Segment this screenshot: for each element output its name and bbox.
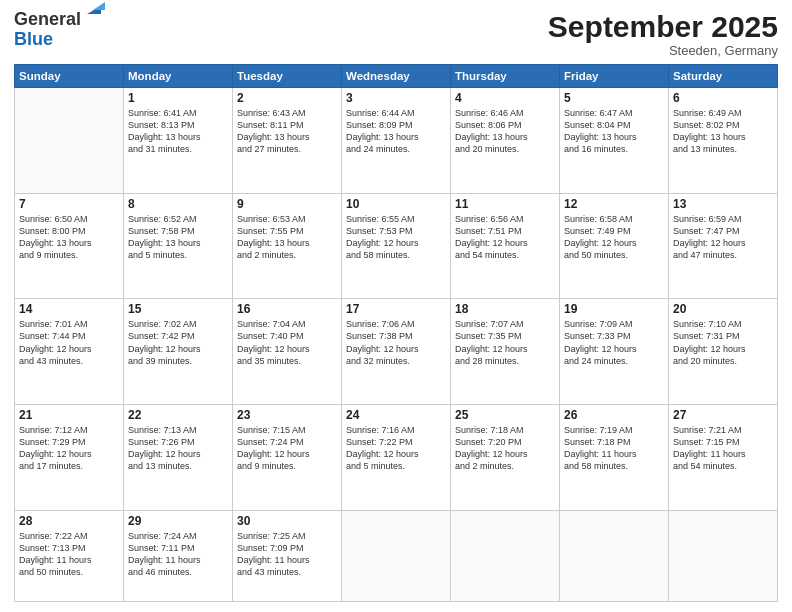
month-title: September 2025: [548, 10, 778, 43]
day-info: Sunrise: 6:43 AMSunset: 8:11 PMDaylight:…: [237, 107, 337, 156]
calendar-cell: 25Sunrise: 7:18 AMSunset: 7:20 PMDayligh…: [451, 405, 560, 511]
logo-icon: [83, 0, 105, 18]
day-number: 13: [673, 197, 773, 211]
weekday-header-row: SundayMondayTuesdayWednesdayThursdayFrid…: [15, 65, 778, 88]
day-number: 16: [237, 302, 337, 316]
calendar-cell: 1Sunrise: 6:41 AMSunset: 8:13 PMDaylight…: [124, 88, 233, 194]
day-info: Sunrise: 7:15 AMSunset: 7:24 PMDaylight:…: [237, 424, 337, 473]
day-number: 1: [128, 91, 228, 105]
day-number: 10: [346, 197, 446, 211]
weekday-header-wednesday: Wednesday: [342, 65, 451, 88]
calendar-cell: 11Sunrise: 6:56 AMSunset: 7:51 PMDayligh…: [451, 193, 560, 299]
day-number: 2: [237, 91, 337, 105]
day-info: Sunrise: 7:07 AMSunset: 7:35 PMDaylight:…: [455, 318, 555, 367]
day-number: 15: [128, 302, 228, 316]
calendar-cell: 24Sunrise: 7:16 AMSunset: 7:22 PMDayligh…: [342, 405, 451, 511]
week-row-5: 28Sunrise: 7:22 AMSunset: 7:13 PMDayligh…: [15, 510, 778, 601]
calendar-cell: [560, 510, 669, 601]
day-info: Sunrise: 7:09 AMSunset: 7:33 PMDaylight:…: [564, 318, 664, 367]
calendar-cell: 7Sunrise: 6:50 AMSunset: 8:00 PMDaylight…: [15, 193, 124, 299]
calendar-cell: 30Sunrise: 7:25 AMSunset: 7:09 PMDayligh…: [233, 510, 342, 601]
calendar-cell: [342, 510, 451, 601]
day-number: 9: [237, 197, 337, 211]
day-info: Sunrise: 6:55 AMSunset: 7:53 PMDaylight:…: [346, 213, 446, 262]
calendar-cell: 6Sunrise: 6:49 AMSunset: 8:02 PMDaylight…: [669, 88, 778, 194]
calendar-cell: 17Sunrise: 7:06 AMSunset: 7:38 PMDayligh…: [342, 299, 451, 405]
day-info: Sunrise: 7:21 AMSunset: 7:15 PMDaylight:…: [673, 424, 773, 473]
calendar-cell: 10Sunrise: 6:55 AMSunset: 7:53 PMDayligh…: [342, 193, 451, 299]
weekday-header-saturday: Saturday: [669, 65, 778, 88]
weekday-header-sunday: Sunday: [15, 65, 124, 88]
day-number: 28: [19, 514, 119, 528]
calendar-cell: 3Sunrise: 6:44 AMSunset: 8:09 PMDaylight…: [342, 88, 451, 194]
calendar-cell: 16Sunrise: 7:04 AMSunset: 7:40 PMDayligh…: [233, 299, 342, 405]
calendar-cell: 2Sunrise: 6:43 AMSunset: 8:11 PMDaylight…: [233, 88, 342, 194]
calendar-cell: 22Sunrise: 7:13 AMSunset: 7:26 PMDayligh…: [124, 405, 233, 511]
day-info: Sunrise: 6:41 AMSunset: 8:13 PMDaylight:…: [128, 107, 228, 156]
week-row-4: 21Sunrise: 7:12 AMSunset: 7:29 PMDayligh…: [15, 405, 778, 511]
day-number: 12: [564, 197, 664, 211]
calendar-cell: 15Sunrise: 7:02 AMSunset: 7:42 PMDayligh…: [124, 299, 233, 405]
location-subtitle: Steeden, Germany: [548, 43, 778, 58]
day-info: Sunrise: 7:12 AMSunset: 7:29 PMDaylight:…: [19, 424, 119, 473]
day-info: Sunrise: 6:44 AMSunset: 8:09 PMDaylight:…: [346, 107, 446, 156]
week-row-3: 14Sunrise: 7:01 AMSunset: 7:44 PMDayligh…: [15, 299, 778, 405]
calendar-cell: 12Sunrise: 6:58 AMSunset: 7:49 PMDayligh…: [560, 193, 669, 299]
logo: General Blue: [14, 10, 81, 50]
day-info: Sunrise: 7:01 AMSunset: 7:44 PMDaylight:…: [19, 318, 119, 367]
calendar-cell: [669, 510, 778, 601]
svg-marker-1: [93, 2, 105, 10]
day-info: Sunrise: 6:50 AMSunset: 8:00 PMDaylight:…: [19, 213, 119, 262]
day-info: Sunrise: 6:56 AMSunset: 7:51 PMDaylight:…: [455, 213, 555, 262]
calendar-cell: 13Sunrise: 6:59 AMSunset: 7:47 PMDayligh…: [669, 193, 778, 299]
day-number: 8: [128, 197, 228, 211]
calendar-cell: 5Sunrise: 6:47 AMSunset: 8:04 PMDaylight…: [560, 88, 669, 194]
page: General Blue September 2025 Steeden, Ger…: [0, 0, 792, 612]
day-number: 6: [673, 91, 773, 105]
calendar-cell: 18Sunrise: 7:07 AMSunset: 7:35 PMDayligh…: [451, 299, 560, 405]
calendar-cell: 4Sunrise: 6:46 AMSunset: 8:06 PMDaylight…: [451, 88, 560, 194]
calendar-cell: [451, 510, 560, 601]
day-number: 22: [128, 408, 228, 422]
day-number: 4: [455, 91, 555, 105]
calendar-cell: 19Sunrise: 7:09 AMSunset: 7:33 PMDayligh…: [560, 299, 669, 405]
day-info: Sunrise: 7:06 AMSunset: 7:38 PMDaylight:…: [346, 318, 446, 367]
logo-general: General: [14, 10, 81, 30]
day-info: Sunrise: 6:46 AMSunset: 8:06 PMDaylight:…: [455, 107, 555, 156]
day-info: Sunrise: 6:58 AMSunset: 7:49 PMDaylight:…: [564, 213, 664, 262]
header: General Blue September 2025 Steeden, Ger…: [14, 10, 778, 58]
day-number: 30: [237, 514, 337, 528]
day-info: Sunrise: 7:04 AMSunset: 7:40 PMDaylight:…: [237, 318, 337, 367]
calendar-table: SundayMondayTuesdayWednesdayThursdayFrid…: [14, 64, 778, 602]
day-info: Sunrise: 7:16 AMSunset: 7:22 PMDaylight:…: [346, 424, 446, 473]
day-number: 11: [455, 197, 555, 211]
logo-blue: Blue: [14, 30, 81, 50]
calendar-cell: 28Sunrise: 7:22 AMSunset: 7:13 PMDayligh…: [15, 510, 124, 601]
calendar-cell: [15, 88, 124, 194]
day-number: 29: [128, 514, 228, 528]
day-info: Sunrise: 6:52 AMSunset: 7:58 PMDaylight:…: [128, 213, 228, 262]
calendar-cell: 26Sunrise: 7:19 AMSunset: 7:18 PMDayligh…: [560, 405, 669, 511]
day-info: Sunrise: 6:47 AMSunset: 8:04 PMDaylight:…: [564, 107, 664, 156]
day-number: 23: [237, 408, 337, 422]
day-number: 24: [346, 408, 446, 422]
day-number: 5: [564, 91, 664, 105]
day-info: Sunrise: 7:13 AMSunset: 7:26 PMDaylight:…: [128, 424, 228, 473]
week-row-2: 7Sunrise: 6:50 AMSunset: 8:00 PMDaylight…: [15, 193, 778, 299]
calendar-cell: 14Sunrise: 7:01 AMSunset: 7:44 PMDayligh…: [15, 299, 124, 405]
day-info: Sunrise: 7:24 AMSunset: 7:11 PMDaylight:…: [128, 530, 228, 579]
weekday-header-thursday: Thursday: [451, 65, 560, 88]
day-number: 14: [19, 302, 119, 316]
calendar-cell: 9Sunrise: 6:53 AMSunset: 7:55 PMDaylight…: [233, 193, 342, 299]
title-block: September 2025 Steeden, Germany: [548, 10, 778, 58]
day-info: Sunrise: 6:53 AMSunset: 7:55 PMDaylight:…: [237, 213, 337, 262]
day-number: 25: [455, 408, 555, 422]
day-info: Sunrise: 7:19 AMSunset: 7:18 PMDaylight:…: [564, 424, 664, 473]
day-info: Sunrise: 7:25 AMSunset: 7:09 PMDaylight:…: [237, 530, 337, 579]
day-number: 3: [346, 91, 446, 105]
day-info: Sunrise: 6:49 AMSunset: 8:02 PMDaylight:…: [673, 107, 773, 156]
day-number: 27: [673, 408, 773, 422]
weekday-header-tuesday: Tuesday: [233, 65, 342, 88]
day-info: Sunrise: 7:18 AMSunset: 7:20 PMDaylight:…: [455, 424, 555, 473]
day-number: 20: [673, 302, 773, 316]
